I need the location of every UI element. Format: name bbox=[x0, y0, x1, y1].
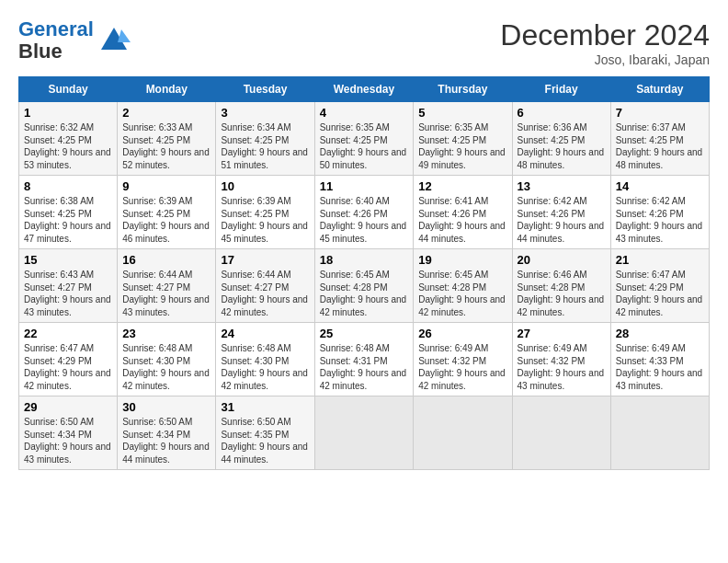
day-info: Sunrise: 6:49 AMSunset: 4:32 PMDaylight:… bbox=[518, 343, 605, 391]
day-info: Sunrise: 6:35 AMSunset: 4:25 PMDaylight:… bbox=[418, 122, 506, 170]
calendar-cell: 27 Sunrise: 6:49 AMSunset: 4:32 PMDaylig… bbox=[512, 323, 610, 396]
day-number: 12 bbox=[418, 179, 506, 193]
day-number: 29 bbox=[24, 400, 112, 414]
calendar-week-row: 8 Sunrise: 6:38 AMSunset: 4:25 PMDayligh… bbox=[19, 176, 710, 249]
day-info: Sunrise: 6:48 AMSunset: 4:31 PMDaylight:… bbox=[320, 343, 407, 391]
day-info: Sunrise: 6:50 AMSunset: 4:34 PMDaylight:… bbox=[24, 417, 111, 465]
calendar-cell: 4 Sunrise: 6:35 AMSunset: 4:25 PMDayligh… bbox=[314, 102, 414, 176]
logo: GeneralBlue bbox=[18, 18, 131, 63]
day-number: 3 bbox=[221, 106, 309, 120]
calendar-cell: 31 Sunrise: 6:50 AMSunset: 4:35 PMDaylig… bbox=[216, 396, 314, 470]
calendar-cell: 20 Sunrise: 6:46 AMSunset: 4:28 PMDaylig… bbox=[512, 249, 610, 323]
page-header: GeneralBlue December 2024 Joso, Ibaraki,… bbox=[18, 18, 710, 67]
day-info: Sunrise: 6:43 AMSunset: 4:27 PMDaylight:… bbox=[24, 270, 111, 317]
day-number: 16 bbox=[122, 253, 210, 267]
day-info: Sunrise: 6:44 AMSunset: 4:27 PMDaylight:… bbox=[122, 270, 210, 317]
calendar-cell bbox=[314, 396, 414, 470]
day-number: 8 bbox=[24, 179, 112, 193]
day-number: 7 bbox=[616, 106, 704, 120]
day-info: Sunrise: 6:48 AMSunset: 4:30 PMDaylight:… bbox=[122, 343, 210, 391]
day-number: 19 bbox=[418, 253, 506, 267]
day-number: 20 bbox=[518, 253, 606, 267]
day-info: Sunrise: 6:50 AMSunset: 4:35 PMDaylight:… bbox=[221, 417, 308, 465]
calendar-cell: 2 Sunrise: 6:33 AMSunset: 4:25 PMDayligh… bbox=[118, 102, 216, 176]
day-number: 4 bbox=[320, 106, 409, 120]
day-info: Sunrise: 6:39 AMSunset: 4:25 PMDaylight:… bbox=[221, 196, 308, 244]
day-number: 21 bbox=[616, 253, 704, 267]
calendar-cell: 14 Sunrise: 6:42 AMSunset: 4:26 PMDaylig… bbox=[610, 176, 709, 249]
weekday-header: Wednesday bbox=[314, 77, 414, 102]
day-info: Sunrise: 6:42 AMSunset: 4:26 PMDaylight:… bbox=[518, 196, 605, 244]
location-subtitle: Joso, Ibaraki, Japan bbox=[500, 52, 710, 67]
day-info: Sunrise: 6:47 AMSunset: 4:29 PMDaylight:… bbox=[616, 270, 703, 317]
calendar-cell: 29 Sunrise: 6:50 AMSunset: 4:34 PMDaylig… bbox=[19, 396, 118, 470]
weekday-header: Monday bbox=[118, 77, 216, 102]
day-number: 18 bbox=[320, 253, 409, 267]
calendar-week-row: 15 Sunrise: 6:43 AMSunset: 4:27 PMDaylig… bbox=[19, 249, 710, 323]
day-number: 24 bbox=[221, 327, 309, 340]
day-info: Sunrise: 6:41 AMSunset: 4:26 PMDaylight:… bbox=[418, 196, 506, 244]
day-number: 27 bbox=[518, 327, 606, 340]
calendar-cell: 19 Sunrise: 6:45 AMSunset: 4:28 PMDaylig… bbox=[414, 249, 512, 323]
day-number: 9 bbox=[122, 179, 210, 193]
calendar-cell: 16 Sunrise: 6:44 AMSunset: 4:27 PMDaylig… bbox=[118, 249, 216, 323]
calendar-week-row: 1 Sunrise: 6:32 AMSunset: 4:25 PMDayligh… bbox=[19, 102, 710, 176]
day-info: Sunrise: 6:49 AMSunset: 4:33 PMDaylight:… bbox=[616, 343, 703, 391]
calendar-header-row: SundayMondayTuesdayWednesdayThursdayFrid… bbox=[19, 77, 710, 102]
day-number: 14 bbox=[616, 179, 704, 193]
day-info: Sunrise: 6:32 AMSunset: 4:25 PMDaylight:… bbox=[24, 122, 111, 170]
day-number: 26 bbox=[418, 327, 506, 340]
weekday-header: Sunday bbox=[19, 77, 118, 102]
logo-text: GeneralBlue bbox=[18, 18, 94, 63]
calendar-cell: 10 Sunrise: 6:39 AMSunset: 4:25 PMDaylig… bbox=[216, 176, 314, 249]
day-info: Sunrise: 6:46 AMSunset: 4:28 PMDaylight:… bbox=[518, 270, 605, 317]
calendar-cell: 11 Sunrise: 6:40 AMSunset: 4:26 PMDaylig… bbox=[314, 176, 414, 249]
weekday-header: Thursday bbox=[414, 77, 512, 102]
day-info: Sunrise: 6:44 AMSunset: 4:27 PMDaylight:… bbox=[221, 270, 308, 317]
calendar-cell bbox=[610, 396, 709, 470]
day-info: Sunrise: 6:38 AMSunset: 4:25 PMDaylight:… bbox=[24, 196, 111, 244]
calendar-cell: 25 Sunrise: 6:48 AMSunset: 4:31 PMDaylig… bbox=[314, 323, 414, 396]
day-number: 28 bbox=[616, 327, 704, 340]
day-number: 23 bbox=[122, 327, 210, 340]
calendar-cell bbox=[512, 396, 610, 470]
calendar-cell: 1 Sunrise: 6:32 AMSunset: 4:25 PMDayligh… bbox=[19, 102, 118, 176]
day-info: Sunrise: 6:45 AMSunset: 4:28 PMDaylight:… bbox=[418, 270, 506, 317]
day-number: 6 bbox=[518, 106, 606, 120]
day-number: 15 bbox=[24, 253, 112, 267]
day-info: Sunrise: 6:40 AMSunset: 4:26 PMDaylight:… bbox=[320, 196, 407, 244]
day-number: 13 bbox=[518, 179, 606, 193]
day-info: Sunrise: 6:33 AMSunset: 4:25 PMDaylight:… bbox=[122, 122, 210, 170]
day-number: 17 bbox=[221, 253, 309, 267]
calendar-cell bbox=[414, 396, 512, 470]
day-number: 10 bbox=[221, 179, 309, 193]
calendar-cell: 24 Sunrise: 6:48 AMSunset: 4:30 PMDaylig… bbox=[216, 323, 314, 396]
day-info: Sunrise: 6:35 AMSunset: 4:25 PMDaylight:… bbox=[320, 122, 407, 170]
calendar-cell: 9 Sunrise: 6:39 AMSunset: 4:25 PMDayligh… bbox=[118, 176, 216, 249]
calendar-cell: 6 Sunrise: 6:36 AMSunset: 4:25 PMDayligh… bbox=[512, 102, 610, 176]
calendar-cell: 5 Sunrise: 6:35 AMSunset: 4:25 PMDayligh… bbox=[414, 102, 512, 176]
day-number: 2 bbox=[122, 106, 210, 120]
svg-marker-1 bbox=[118, 29, 131, 42]
calendar-cell: 28 Sunrise: 6:49 AMSunset: 4:33 PMDaylig… bbox=[610, 323, 709, 396]
weekday-header: Saturday bbox=[610, 77, 709, 102]
calendar-cell: 7 Sunrise: 6:37 AMSunset: 4:25 PMDayligh… bbox=[610, 102, 709, 176]
day-info: Sunrise: 6:45 AMSunset: 4:28 PMDaylight:… bbox=[320, 270, 407, 317]
calendar-cell: 21 Sunrise: 6:47 AMSunset: 4:29 PMDaylig… bbox=[610, 249, 709, 323]
calendar-cell: 23 Sunrise: 6:48 AMSunset: 4:30 PMDaylig… bbox=[118, 323, 216, 396]
logo-icon bbox=[97, 24, 131, 57]
title-block: December 2024 Joso, Ibaraki, Japan bbox=[500, 18, 710, 67]
day-info: Sunrise: 6:50 AMSunset: 4:34 PMDaylight:… bbox=[122, 417, 210, 465]
weekday-header: Tuesday bbox=[216, 77, 314, 102]
calendar-cell: 17 Sunrise: 6:44 AMSunset: 4:27 PMDaylig… bbox=[216, 249, 314, 323]
month-title: December 2024 bbox=[500, 18, 710, 52]
day-number: 31 bbox=[221, 400, 309, 414]
calendar-week-row: 22 Sunrise: 6:47 AMSunset: 4:29 PMDaylig… bbox=[19, 323, 710, 396]
day-number: 11 bbox=[320, 179, 409, 193]
calendar-cell: 26 Sunrise: 6:49 AMSunset: 4:32 PMDaylig… bbox=[414, 323, 512, 396]
day-number: 25 bbox=[320, 327, 409, 340]
calendar-week-row: 29 Sunrise: 6:50 AMSunset: 4:34 PMDaylig… bbox=[19, 396, 710, 470]
weekday-header: Friday bbox=[512, 77, 610, 102]
day-info: Sunrise: 6:47 AMSunset: 4:29 PMDaylight:… bbox=[24, 343, 111, 391]
day-info: Sunrise: 6:37 AMSunset: 4:25 PMDaylight:… bbox=[616, 122, 703, 170]
